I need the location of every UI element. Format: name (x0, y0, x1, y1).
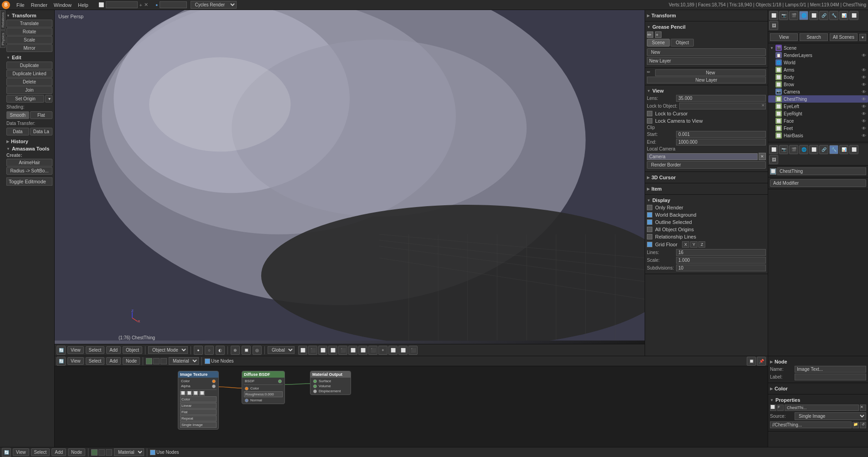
rp-subdiv-input[interactable] (676, 265, 766, 271)
overlay-icon9[interactable]: + (378, 346, 388, 355)
amasawa-section[interactable]: ▼ Amasawa Tools (6, 145, 52, 152)
solid-mode-icon[interactable]: ● (194, 346, 203, 355)
image-btn2[interactable]: ⬜ (186, 391, 192, 395)
frp-icon2-render[interactable]: 📷 (779, 145, 788, 154)
edit-section[interactable]: ▼ Edit (6, 54, 52, 61)
duplicate-btn[interactable]: Duplicate (6, 62, 52, 69)
world-bg-checkbox[interactable] (647, 212, 652, 218)
anime-hair-btn[interactable]: AnimeHair (6, 159, 52, 166)
add-modifier-btn[interactable]: Add Modifier (770, 179, 866, 187)
overlay-icon3[interactable]: ⬜ (318, 346, 327, 355)
rotate-btn[interactable]: Rotate (6, 28, 52, 36)
frp-search-btn[interactable]: Search (800, 33, 827, 41)
image-single-field[interactable]: Single Image (180, 422, 217, 428)
history-section[interactable]: ▶ History (6, 138, 52, 145)
overlay-icon12[interactable]: ⬛ (408, 346, 418, 355)
rnp-name-input[interactable] (795, 366, 866, 373)
bb-type-select[interactable]: Material (114, 448, 144, 456)
menu-render[interactable]: Render (28, 1, 50, 9)
bb-mat-icon3[interactable] (106, 449, 112, 456)
radius-btn[interactable]: Radius -> SoftBo... (6, 167, 52, 175)
overlay-icon6[interactable]: ⬜ (348, 346, 357, 355)
rp-new-layer-btn[interactable]: New Layer (647, 57, 766, 65)
grid-y-btn[interactable]: Y (690, 241, 698, 248)
frp-object-name-input[interactable] (777, 167, 866, 175)
rendered-mode-icon[interactable]: ◐ (216, 346, 225, 355)
layout-input[interactable]: Default (106, 1, 138, 8)
frp-icon2-object[interactable]: ⬜ (809, 145, 818, 154)
rp-lines-input[interactable] (676, 249, 766, 256)
bb-mode-icon[interactable]: 🔄 (2, 448, 11, 457)
overlay-icon2[interactable]: ⬛ (308, 346, 317, 355)
frp-icon-outliner[interactable]: ⬜ (769, 11, 778, 20)
ne-select-btn[interactable]: Select (86, 357, 105, 365)
grease-plus-icon[interactable]: + (655, 31, 661, 38)
tree-scene[interactable]: ▼ 🎬 Scene (768, 44, 868, 52)
grid-z-btn[interactable]: Z (698, 241, 706, 248)
tree-world[interactable]: 🌐 World (768, 59, 868, 66)
tree-render-layers[interactable]: 📋 RenderLayers 👁 (768, 52, 868, 59)
proportional-icon[interactable]: ◎ (253, 346, 262, 355)
frp-icon-modifier[interactable]: 🔧 (829, 11, 838, 20)
frp-icon-object[interactable]: ⬜ (809, 11, 818, 20)
rnp-chest-icon2[interactable]: F (777, 405, 784, 411)
vp-select-btn[interactable]: Select (86, 346, 105, 354)
delete-btn[interactable]: Delete (6, 78, 52, 86)
ne-view-btn[interactable]: View (67, 357, 84, 365)
frp-icon2-world[interactable]: 🌐 (799, 145, 808, 154)
engine-select[interactable]: Cycles Render Blender Render (191, 1, 237, 9)
transform-orientation-select[interactable]: Global Local (268, 346, 294, 354)
rnp-source-select[interactable]: Single Image (795, 412, 866, 420)
ne-material-icon2[interactable] (153, 358, 160, 364)
new-layer-btn[interactable]: New Layer (647, 77, 766, 83)
overlay-icon11[interactable]: ⬜ (398, 346, 408, 355)
join-btn[interactable]: Join (6, 86, 52, 94)
ne-material-icon3[interactable] (160, 358, 167, 364)
set-origin-arrow[interactable]: ▾ (45, 95, 52, 103)
side-tab-relations[interactable]: Relations (0, 10, 5, 30)
rp-scene-tab[interactable]: Scene (647, 39, 670, 47)
set-origin-btn[interactable]: Set Origin (6, 95, 44, 103)
camera-close-btn[interactable]: ✕ (759, 153, 766, 160)
overlay-icon10[interactable]: ⬜ (388, 346, 398, 355)
tree-brow[interactable]: ⬜ Brow 👁 (768, 81, 868, 88)
bb-use-nodes-checkbox[interactable] (150, 450, 155, 455)
tree-eye-left[interactable]: ⬜ EyeLeft 👁 (768, 103, 868, 110)
vp-mode-icon[interactable]: 🔄 (57, 346, 66, 355)
grid-floor-checkbox[interactable] (647, 242, 652, 247)
bb-select-btn[interactable]: Select (31, 448, 50, 456)
tree-body[interactable]: ⬜ Body 👁 (768, 73, 868, 81)
camera-input-btn[interactable]: Camera (647, 153, 758, 160)
image-repeat-field[interactable]: Repeat (180, 415, 217, 421)
bsdf-output-socket[interactable] (278, 379, 282, 383)
tree-chest-thing[interactable]: ⬜ ChestThing 👁 (768, 95, 868, 103)
vp-add-btn[interactable]: Add (106, 346, 121, 354)
chest-vis[interactable]: 👁 (862, 97, 866, 102)
transform-section[interactable]: ▼ Transform (6, 12, 52, 19)
rp-object-tab[interactable]: Object (671, 39, 694, 47)
body-vis[interactable]: 👁 (862, 75, 866, 80)
wireframe-mode-icon[interactable]: ○ (205, 346, 214, 355)
image-texture-node[interactable]: Image Texture Color Alpha (178, 371, 219, 430)
side-tab-physics[interactable]: Physics (0, 31, 5, 48)
ne-snap-icon[interactable]: 🔲 (747, 357, 756, 366)
outline-selected-checkbox[interactable] (647, 219, 652, 225)
bsdf-normal-socket[interactable] (245, 399, 248, 402)
image-btn4[interactable]: ⬜ (199, 391, 205, 395)
bb-mat-icon2[interactable] (98, 449, 105, 456)
frp-icon-material[interactable]: ⬜ (849, 11, 858, 20)
snap-icon[interactable]: 🔲 (242, 346, 251, 355)
ne-pin-icon[interactable]: 📌 (757, 357, 766, 366)
rnp-chest-icon1[interactable]: ⬜ (770, 405, 776, 411)
mirror-btn[interactable]: Mirror (6, 44, 52, 52)
node-canvas[interactable]: Image Texture Color Alpha (55, 366, 768, 447)
frp-icon2-material[interactable]: ⬜ (849, 145, 858, 154)
bb-node-btn[interactable]: Node (68, 448, 85, 456)
rp-scale-input[interactable] (676, 257, 766, 264)
ne-add-btn[interactable]: Add (106, 357, 121, 365)
data-btn[interactable]: Data (6, 128, 29, 135)
lock-to-cursor-checkbox[interactable] (647, 111, 652, 116)
frp-icon-world[interactable]: 🌐 (799, 11, 808, 20)
ne-type-select[interactable]: Material (169, 357, 199, 365)
frp-icon2-constraint[interactable]: 🔗 (819, 145, 828, 154)
